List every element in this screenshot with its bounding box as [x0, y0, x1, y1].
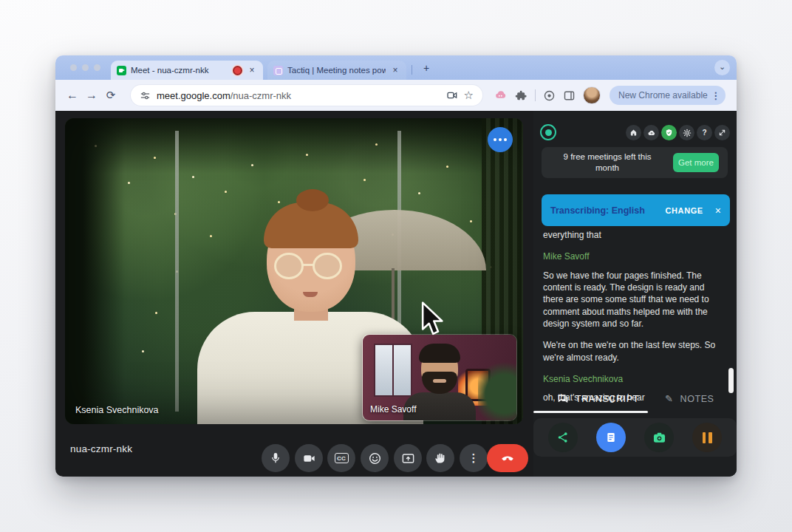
quota-banner: 9 free meetings left this month Get more	[542, 147, 728, 178]
shield-check-icon[interactable]	[661, 125, 677, 140]
tactiq-sidebar: ? 9 free meetings left this month Get mo…	[533, 111, 737, 477]
tab-divider	[412, 65, 412, 75]
main-participant-name: Ksenia Svechnikova	[75, 405, 159, 415]
transcript-text: We're on the we're on the last few steps…	[543, 339, 726, 364]
meeting-code: nua-czmr-nkk	[70, 443, 132, 454]
expand-panel-icon[interactable]	[714, 125, 730, 140]
pencil-icon: ✎	[665, 393, 674, 404]
reactions-button[interactable]	[361, 444, 389, 472]
transcript-text: So we have the four pages finished. The …	[543, 270, 726, 330]
tab-notes-label: NOTES	[680, 394, 714, 404]
window-close-button[interactable]	[70, 64, 77, 71]
close-tab-icon[interactable]: ×	[390, 65, 400, 75]
new-tab-button[interactable]: +	[419, 61, 434, 75]
active-tab-underline	[533, 411, 648, 413]
mouse-cursor	[420, 301, 445, 335]
get-more-button[interactable]: Get more	[673, 153, 719, 172]
extension-record-icon[interactable]	[543, 89, 556, 102]
meet-favicon-icon	[117, 66, 126, 75]
window-zoom-button[interactable]	[94, 64, 100, 71]
url-text[interactable]: meet.google.com/nua-czmr-nkk	[157, 90, 440, 101]
pip-video-tile[interactable]: Mike Savoff	[362, 334, 517, 421]
help-glyph: ?	[702, 129, 706, 137]
address-bar[interactable]: meet.google.com/nua-czmr-nkk ☆	[131, 85, 482, 106]
transcribing-banner: Transcribing: English CHANGE ×	[542, 194, 730, 226]
raise-hand-button[interactable]	[426, 444, 454, 472]
tab-meet[interactable]: Meet - nua-czmr-nkk ×	[111, 61, 263, 80]
toolbar-divider	[535, 89, 536, 101]
tab-strip: Meet - nua-czmr-nkk × Tactiq | Meeting n…	[55, 55, 737, 80]
tactiq-action-bar	[533, 418, 737, 457]
present-screen-button[interactable]	[394, 444, 422, 472]
share-icon	[556, 431, 570, 444]
tab-title: Tactiq | Meeting notes power	[287, 66, 386, 75]
pause-button[interactable]	[692, 423, 722, 452]
tab-tactiq[interactable]: Tactiq | Meeting notes power ×	[267, 61, 406, 80]
chrome-update-label: New Chrome available	[618, 90, 708, 100]
window-minimize-button[interactable]	[82, 64, 89, 71]
quota-message: 9 free meetings left this month	[542, 151, 673, 174]
close-tab-icon[interactable]: ×	[247, 65, 257, 75]
tab-transcript[interactable]: TRANSCRIPT	[557, 393, 639, 405]
pip-plant	[478, 361, 517, 421]
end-call-button[interactable]	[487, 444, 528, 472]
scrollbar-thumb[interactable]	[728, 368, 734, 393]
extensions-puzzle-icon[interactable]	[515, 89, 528, 102]
chat-bubble-button[interactable]	[488, 127, 513, 152]
forward-button[interactable]: →	[82, 89, 101, 102]
meet-control-bar: nua-czmr-nkk CC ⋮	[55, 424, 533, 477]
tactiq-tabs: TRANSCRIPT ✎ NOTES	[533, 390, 737, 412]
recording-indicator-icon	[233, 66, 242, 75]
back-button[interactable]: ←	[63, 89, 82, 102]
desktop: { "browser": { "tabs": [ { "label": "Mee…	[0, 0, 792, 532]
url-path: /nua-czmr-nkk	[231, 90, 291, 101]
tab-notes[interactable]: ✎ NOTES	[665, 393, 714, 404]
home-icon[interactable]	[626, 125, 641, 140]
captions-button[interactable]: CC	[327, 444, 355, 472]
reload-button[interactable]: ⟳	[101, 89, 120, 102]
bookmark-star-icon[interactable]: ☆	[464, 89, 474, 102]
extension-pink-icon[interactable]	[494, 89, 508, 102]
tab-transcript-label: TRANSCRIPT	[576, 394, 639, 404]
site-settings-icon[interactable]	[140, 90, 151, 101]
share-button[interactable]	[548, 423, 578, 452]
camera-permission-icon[interactable]	[446, 89, 458, 101]
profile-avatar[interactable]	[583, 86, 601, 104]
microphone-button[interactable]	[262, 444, 290, 472]
transcript-speaker: Ksenia Svechnikova	[543, 373, 726, 385]
transcript-text: everything that	[543, 229, 726, 241]
transcript-list[interactable]: everything thatMike SavoffSo we have the…	[543, 229, 726, 413]
captions-icon: CC	[335, 453, 349, 463]
pause-icon	[703, 432, 712, 443]
transcribing-status: Transcribing: English	[550, 205, 666, 216]
tab-title: Meet - nua-czmr-nkk	[131, 66, 228, 75]
docs-icon	[605, 432, 617, 443]
tactiq-favicon-icon	[273, 66, 283, 75]
screenshot-button[interactable]	[644, 423, 674, 452]
google-docs-button[interactable]	[596, 423, 626, 452]
more-options-icon: ⋮	[468, 451, 479, 465]
browser-window: Meet - nua-czmr-nkk × Tactiq | Meeting n…	[55, 55, 737, 477]
pip-person-beard	[422, 372, 457, 394]
browser-menu-icon[interactable]: ⋮	[711, 90, 721, 101]
settings-gear-icon[interactable]	[679, 125, 694, 140]
tab-search-chevron-icon[interactable]: ⌄	[714, 60, 730, 75]
close-banner-icon[interactable]: ×	[715, 205, 721, 216]
page-content: Ksenia Svechnikova Mike Savoff	[55, 111, 737, 477]
chrome-update-button[interactable]: New Chrome available ⋮	[610, 86, 726, 105]
cloud-sync-icon[interactable]	[644, 125, 659, 140]
more-options-button[interactable]: ⋮	[460, 444, 488, 472]
extensions-row	[494, 86, 601, 104]
camera-button[interactable]	[295, 444, 323, 472]
camera-snapshot-icon	[652, 431, 666, 445]
pip-participant-name: Mike Savoff	[370, 404, 416, 415]
tactiq-recording-indicator-icon	[540, 124, 556, 140]
side-panel-icon[interactable]	[563, 89, 576, 102]
transcript-speaker: Mike Savoff	[543, 250, 726, 262]
pip-person-hair	[419, 344, 460, 363]
help-icon[interactable]: ?	[697, 125, 712, 140]
url-domain: meet.google.com	[157, 90, 231, 101]
chat-bubbles-icon	[557, 393, 569, 405]
main-video-tile: Ksenia Svechnikova Mike Savoff	[65, 118, 523, 424]
change-language-button[interactable]: CHANGE	[666, 206, 703, 215]
